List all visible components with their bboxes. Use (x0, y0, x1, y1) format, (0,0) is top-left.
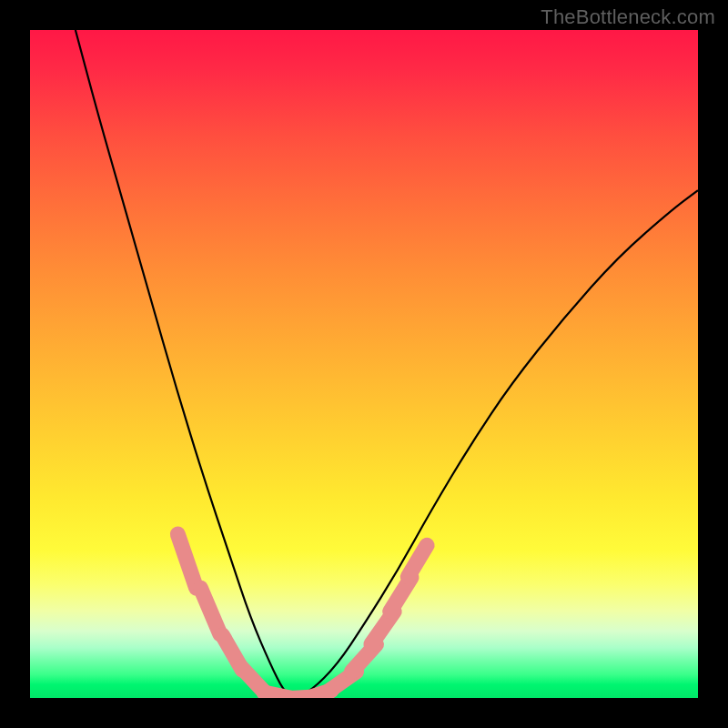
segment-left-0 (177, 534, 196, 588)
highlight-segments (177, 534, 427, 698)
plot-area (30, 30, 698, 698)
watermark-text: TheBottleneck.com (541, 5, 715, 29)
chart-frame: TheBottleneck.com (0, 0, 728, 728)
curve-svg (30, 30, 698, 698)
bottleneck-curve (76, 30, 698, 696)
segment-left-1 (200, 588, 220, 634)
segment-right-11 (408, 545, 427, 577)
